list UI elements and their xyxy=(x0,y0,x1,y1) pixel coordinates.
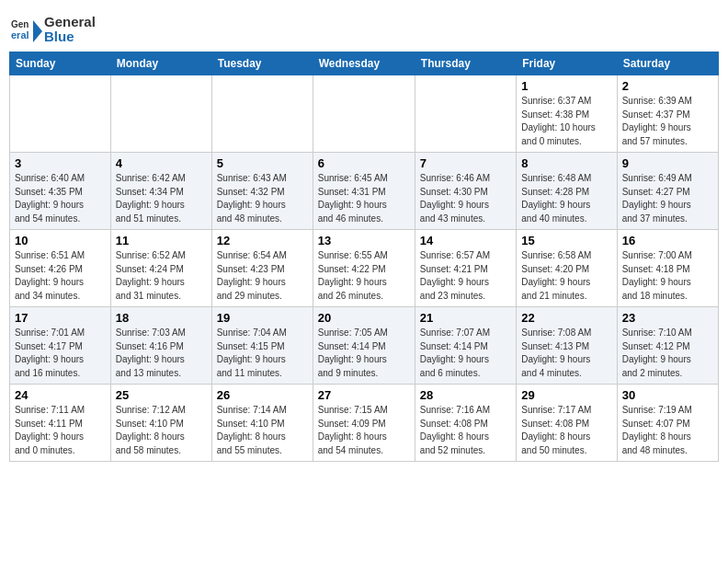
day-number: 23 xyxy=(622,311,713,325)
weekday-header: Monday xyxy=(110,52,211,75)
day-number: 24 xyxy=(15,388,106,402)
day-number: 27 xyxy=(318,388,410,402)
weekday-header: Wednesday xyxy=(313,52,415,75)
calendar-header-row: SundayMondayTuesdayWednesdayThursdayFrid… xyxy=(10,52,719,75)
day-info: Sunrise: 6:54 AMSunset: 4:23 PMDaylight:… xyxy=(217,249,308,303)
day-info: Sunrise: 7:16 AMSunset: 4:08 PMDaylight:… xyxy=(420,404,511,457)
day-number: 2 xyxy=(622,79,713,93)
calendar-day-cell: 21Sunrise: 7:07 AMSunset: 4:14 PMDayligh… xyxy=(415,307,516,385)
day-info: Sunrise: 7:00 AMSunset: 4:18 PMDaylight:… xyxy=(622,249,713,303)
day-info: Sunrise: 6:42 AMSunset: 4:34 PMDaylight:… xyxy=(116,172,207,225)
day-number: 8 xyxy=(521,156,611,170)
calendar-day-cell: 27Sunrise: 7:15 AMSunset: 4:09 PMDayligh… xyxy=(313,385,415,462)
day-number: 21 xyxy=(420,311,511,325)
calendar-day-cell xyxy=(10,75,111,153)
day-info: Sunrise: 7:01 AMSunset: 4:17 PMDaylight:… xyxy=(15,327,106,380)
calendar-day-cell: 15Sunrise: 6:58 AMSunset: 4:20 PMDayligh… xyxy=(517,230,617,307)
day-info: Sunrise: 6:45 AMSunset: 4:31 PMDaylight:… xyxy=(318,172,410,225)
day-number: 22 xyxy=(521,311,611,325)
day-info: Sunrise: 6:39 AMSunset: 4:37 PMDaylight:… xyxy=(622,95,713,148)
calendar-week-row: 24Sunrise: 7:11 AMSunset: 4:11 PMDayligh… xyxy=(10,385,719,462)
calendar-day-cell: 9Sunrise: 6:49 AMSunset: 4:27 PMDaylight… xyxy=(617,153,718,230)
day-number: 12 xyxy=(217,234,308,247)
day-number: 26 xyxy=(217,388,308,402)
weekday-header: Saturday xyxy=(617,52,718,75)
calendar-day-cell: 12Sunrise: 6:54 AMSunset: 4:23 PMDayligh… xyxy=(211,230,313,307)
logo: Gen eral General Blue xyxy=(9,13,96,46)
day-number: 29 xyxy=(521,388,611,402)
day-info: Sunrise: 6:48 AMSunset: 4:28 PMDaylight:… xyxy=(521,172,611,225)
calendar-day-cell xyxy=(211,75,313,153)
day-number: 6 xyxy=(318,156,410,170)
calendar-day-cell: 17Sunrise: 7:01 AMSunset: 4:17 PMDayligh… xyxy=(10,307,111,385)
calendar-day-cell: 16Sunrise: 7:00 AMSunset: 4:18 PMDayligh… xyxy=(617,230,718,307)
calendar-day-cell: 10Sunrise: 6:51 AMSunset: 4:26 PMDayligh… xyxy=(10,230,111,307)
day-number: 17 xyxy=(15,311,106,325)
day-number: 7 xyxy=(420,156,511,170)
day-info: Sunrise: 6:43 AMSunset: 4:32 PMDaylight:… xyxy=(217,172,308,225)
calendar-body: 1Sunrise: 6:37 AMSunset: 4:38 PMDaylight… xyxy=(10,75,719,462)
day-number: 19 xyxy=(217,311,308,325)
calendar-day-cell: 23Sunrise: 7:10 AMSunset: 4:12 PMDayligh… xyxy=(617,307,718,385)
day-info: Sunrise: 7:11 AMSunset: 4:11 PMDaylight:… xyxy=(15,404,106,457)
day-info: Sunrise: 6:40 AMSunset: 4:35 PMDaylight:… xyxy=(15,172,106,225)
calendar-day-cell: 30Sunrise: 7:19 AMSunset: 4:07 PMDayligh… xyxy=(617,385,718,462)
calendar-day-cell: 26Sunrise: 7:14 AMSunset: 4:10 PMDayligh… xyxy=(211,385,313,462)
calendar-day-cell: 19Sunrise: 7:04 AMSunset: 4:15 PMDayligh… xyxy=(211,307,313,385)
calendar-day-cell: 22Sunrise: 7:08 AMSunset: 4:13 PMDayligh… xyxy=(517,307,617,385)
day-info: Sunrise: 7:12 AMSunset: 4:10 PMDaylight:… xyxy=(116,404,207,457)
day-number: 1 xyxy=(521,79,611,93)
day-info: Sunrise: 7:03 AMSunset: 4:16 PMDaylight:… xyxy=(116,327,207,380)
calendar-day-cell: 4Sunrise: 6:42 AMSunset: 4:34 PMDaylight… xyxy=(110,153,211,230)
calendar-day-cell: 6Sunrise: 6:45 AMSunset: 4:31 PMDaylight… xyxy=(313,153,415,230)
day-info: Sunrise: 6:37 AMSunset: 4:38 PMDaylight:… xyxy=(521,95,611,148)
calendar-day-cell xyxy=(313,75,415,153)
day-number: 4 xyxy=(116,156,207,170)
day-info: Sunrise: 7:10 AMSunset: 4:12 PMDaylight:… xyxy=(622,327,713,380)
day-number: 15 xyxy=(521,234,611,247)
day-info: Sunrise: 6:58 AMSunset: 4:20 PMDaylight:… xyxy=(521,249,611,303)
calendar-day-cell: 29Sunrise: 7:17 AMSunset: 4:08 PMDayligh… xyxy=(517,385,617,462)
calendar-day-cell: 3Sunrise: 6:40 AMSunset: 4:35 PMDaylight… xyxy=(10,153,111,230)
day-info: Sunrise: 6:46 AMSunset: 4:30 PMDaylight:… xyxy=(420,172,511,225)
day-info: Sunrise: 6:49 AMSunset: 4:27 PMDaylight:… xyxy=(622,172,713,225)
calendar-day-cell xyxy=(110,75,211,153)
weekday-header: Tuesday xyxy=(211,52,313,75)
day-info: Sunrise: 7:07 AMSunset: 4:14 PMDaylight:… xyxy=(420,327,511,380)
day-info: Sunrise: 6:57 AMSunset: 4:21 PMDaylight:… xyxy=(420,249,511,303)
calendar-day-cell: 11Sunrise: 6:52 AMSunset: 4:24 PMDayligh… xyxy=(110,230,211,307)
day-info: Sunrise: 6:51 AMSunset: 4:26 PMDaylight:… xyxy=(15,249,106,303)
day-number: 10 xyxy=(15,234,106,247)
day-number: 16 xyxy=(622,234,713,247)
calendar-week-row: 17Sunrise: 7:01 AMSunset: 4:17 PMDayligh… xyxy=(10,307,719,385)
calendar-day-cell: 28Sunrise: 7:16 AMSunset: 4:08 PMDayligh… xyxy=(415,385,516,462)
calendar-day-cell xyxy=(415,75,516,153)
weekday-header: Sunday xyxy=(10,52,111,75)
day-number: 13 xyxy=(318,234,410,247)
day-number: 18 xyxy=(116,311,207,325)
day-info: Sunrise: 7:04 AMSunset: 4:15 PMDaylight:… xyxy=(217,327,308,380)
day-number: 28 xyxy=(420,388,511,402)
day-number: 14 xyxy=(420,234,511,247)
page-header: Gen eral General Blue xyxy=(9,9,719,46)
day-number: 11 xyxy=(116,234,207,247)
calendar-day-cell: 14Sunrise: 6:57 AMSunset: 4:21 PMDayligh… xyxy=(415,230,516,307)
day-number: 20 xyxy=(318,311,410,325)
calendar-day-cell: 13Sunrise: 6:55 AMSunset: 4:22 PMDayligh… xyxy=(313,230,415,307)
day-number: 30 xyxy=(622,388,713,402)
day-info: Sunrise: 7:19 AMSunset: 4:07 PMDaylight:… xyxy=(622,404,713,457)
calendar-day-cell: 18Sunrise: 7:03 AMSunset: 4:16 PMDayligh… xyxy=(110,307,211,385)
calendar-week-row: 10Sunrise: 6:51 AMSunset: 4:26 PMDayligh… xyxy=(10,230,719,307)
day-info: Sunrise: 6:52 AMSunset: 4:24 PMDaylight:… xyxy=(116,249,207,303)
calendar-day-cell: 7Sunrise: 6:46 AMSunset: 4:30 PMDaylight… xyxy=(415,153,516,230)
calendar-day-cell: 25Sunrise: 7:12 AMSunset: 4:10 PMDayligh… xyxy=(110,385,211,462)
day-info: Sunrise: 6:55 AMSunset: 4:22 PMDaylight:… xyxy=(318,249,410,303)
svg-text:Gen: Gen xyxy=(11,19,28,29)
calendar-day-cell: 20Sunrise: 7:05 AMSunset: 4:14 PMDayligh… xyxy=(313,307,415,385)
calendar-table: SundayMondayTuesdayWednesdayThursdayFrid… xyxy=(9,52,719,462)
day-number: 3 xyxy=(15,156,106,170)
day-info: Sunrise: 7:08 AMSunset: 4:13 PMDaylight:… xyxy=(521,327,611,380)
calendar-day-cell: 5Sunrise: 6:43 AMSunset: 4:32 PMDaylight… xyxy=(211,153,313,230)
svg-text:eral: eral xyxy=(11,29,29,40)
day-info: Sunrise: 7:15 AMSunset: 4:09 PMDaylight:… xyxy=(318,404,410,457)
